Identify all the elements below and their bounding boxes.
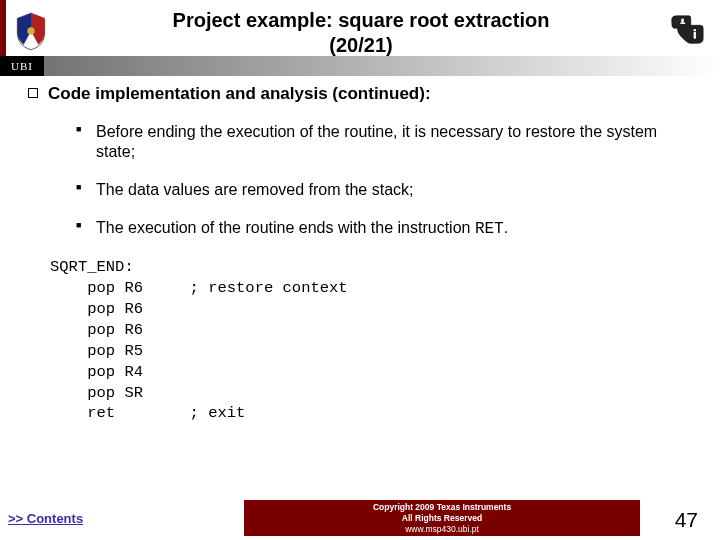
slide-title: Project example: square root extraction … <box>52 4 720 58</box>
rights-line: All Rights Reserved <box>244 513 640 523</box>
ubi-crest-logo <box>10 10 52 52</box>
header-gradient-bar <box>44 56 720 76</box>
bullet-item: The data values are removed from the sta… <box>76 180 692 200</box>
svg-rect-2 <box>680 22 685 24</box>
footer-url: www.msp430.ubi.pt <box>244 524 640 534</box>
bullet-item: Before ending the execution of the routi… <box>76 122 692 162</box>
svg-rect-4 <box>694 32 696 39</box>
section-heading: Code implementation and analysis (contin… <box>28 84 692 104</box>
title-line-1: Project example: square root extraction <box>173 9 550 31</box>
hollow-square-bullet <box>28 88 38 98</box>
slide-footer: >> Contents Copyright 2009 Texas Instrum… <box>0 500 720 540</box>
page-number: 47 <box>675 508 698 532</box>
contents-link[interactable]: >> Contents <box>8 511 83 526</box>
copyright-line: Copyright 2009 Texas Instruments <box>244 502 640 512</box>
left-stripe <box>0 0 6 62</box>
bullet-item-text: The execution of the routine ends with t… <box>96 219 470 236</box>
svg-rect-1 <box>681 19 683 23</box>
section-heading-text: Code implementation and analysis (contin… <box>48 84 431 103</box>
ti-logo <box>668 12 706 50</box>
slide-header: Project example: square root extraction … <box>0 0 720 62</box>
code-block: SQRT_END: pop R6 ; restore context pop R… <box>50 257 692 424</box>
ubi-label-block: UBI <box>0 56 44 76</box>
svg-point-0 <box>27 27 34 34</box>
footer-bar: Copyright 2009 Texas Instruments All Rig… <box>244 500 640 536</box>
inline-code: RET <box>475 220 504 238</box>
title-line-2: (20/21) <box>329 34 392 56</box>
slide-content: Code implementation and analysis (contin… <box>0 62 720 424</box>
svg-rect-3 <box>694 29 696 31</box>
bullet-item: The execution of the routine ends with t… <box>76 218 692 239</box>
bullet-list: Before ending the execution of the routi… <box>28 122 692 239</box>
bullet-item-tail: . <box>504 219 508 236</box>
